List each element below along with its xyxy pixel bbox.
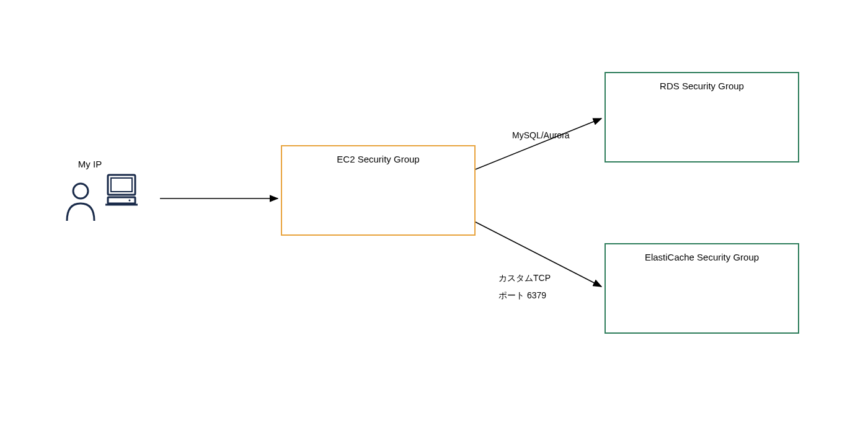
svg-rect-2 — [111, 178, 132, 192]
ec2-security-group-box: EC2 Security Group — [281, 145, 476, 236]
edge-label-port: ポート 6379 — [498, 290, 546, 301]
elasticache-security-group-box: ElastiCache Security Group — [604, 243, 799, 334]
source-label: My IP — [71, 159, 108, 169]
arrow-ec2-to-rds — [476, 118, 601, 169]
computer-icon — [104, 172, 139, 207]
edge-label-custom-tcp: カスタムTCP — [498, 273, 551, 284]
user-icon — [62, 179, 99, 222]
svg-rect-3 — [108, 197, 135, 203]
security-group-diagram: My IP EC2 Security Group RDS Security Gr… — [0, 0, 868, 441]
rds-security-group-box: RDS Security Group — [604, 72, 799, 163]
edge-label-mysql: MySQL/Aurora — [512, 130, 570, 140]
elasticache-box-label: ElastiCache Security Group — [606, 252, 798, 262]
rds-box-label: RDS Security Group — [606, 81, 798, 91]
ec2-box-label: EC2 Security Group — [282, 154, 474, 164]
svg-point-5 — [129, 200, 131, 202]
svg-point-0 — [73, 184, 88, 198]
